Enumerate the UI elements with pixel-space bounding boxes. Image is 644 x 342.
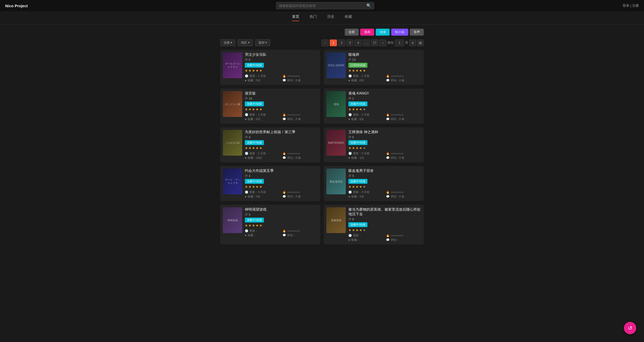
episode-icon: ⏱	[245, 136, 248, 139]
star-1: ★	[248, 107, 252, 111]
anime-card[interactable]: 雀魂 雀魂 KANG!! ⏱ 1 连载中/动漫 ★★★★★ 🕐 更新：2 天前 …	[324, 89, 424, 124]
anime-title: 神明渴望游戏	[245, 207, 318, 212]
popularity-bar	[287, 230, 300, 232]
star-0: ★	[348, 228, 351, 232]
comments-text: 评论：0 条	[391, 156, 404, 160]
page-3[interactable]: 3	[346, 39, 354, 46]
favorites-count: ♥ 收藏：0次	[348, 195, 383, 198]
anime-episode: ⏱ 5	[245, 58, 318, 62]
fire-icon: 🔥	[282, 152, 286, 155]
clock-icon: 🕐	[245, 113, 248, 116]
page-1[interactable]: 1	[330, 39, 337, 46]
update-text: 更新：1 天前	[249, 74, 266, 78]
star-2: ★	[252, 146, 255, 150]
anime-title: 迷宫饭	[245, 91, 318, 96]
anime-title: 噬魂师	[348, 52, 421, 57]
page-2[interactable]: 2	[338, 39, 345, 46]
clock-icon: 🕐	[348, 190, 352, 194]
view-grid[interactable]: ⊞	[417, 39, 424, 46]
comment-icon: 💬	[386, 117, 390, 121]
anime-card[interactable]: 吸血鬼宿舍 吸血鬼男子宿舍 ⏱ 5 连载中/动漫 ★★★★★ 🕐 更新：3 天前…	[324, 166, 424, 201]
goto-label: 前往	[388, 41, 394, 45]
anime-card[interactable]: 废物英雄 被当为废物的原英雄、被家里流放后随心所欲地活下去 ⏱ 8 连载中/动漫…	[324, 205, 424, 244]
search-input[interactable]	[279, 4, 366, 8]
clock-icon: 🕐	[348, 234, 352, 237]
anime-card[interactable]: ダンジョン飯 迷宫饭 ⏱ 18 连载中/动漫 ★★★★★ 🕐 更新：1 天前 🔥	[220, 89, 320, 124]
update-time: 🕐 更新：3 天前	[348, 152, 383, 155]
nav-item-hot[interactable]: 热门	[310, 14, 317, 21]
episode-icon: ⏱	[348, 136, 351, 139]
filter-status[interactable]: 连载 ▾	[220, 39, 235, 46]
anime-info: 哭泣少女乐队 ⏱ 5 连载中/动漫 ★★★★★ 🕐 更新：1 天前 🔥 ♥	[245, 52, 318, 82]
status-badge: 连载中/动漫	[348, 222, 367, 227]
anime-thumbnail: 吸血鬼宿舍	[326, 169, 346, 194]
filter-genre[interactable]: 题材 ▾	[255, 39, 270, 46]
comments-count: 💬 评论：	[386, 238, 421, 242]
page-prev[interactable]: ‹	[321, 39, 329, 46]
nav-item-history[interactable]: 历史	[327, 14, 334, 21]
anime-title: 雀魂 KANG!!	[348, 91, 421, 96]
anime-card[interactable]: このすば S3 为美好的世界献上祝福！第三季 ⏱ 4 连载中/动漫 ★★★★★ …	[220, 127, 320, 162]
goto-input[interactable]	[395, 39, 404, 46]
anime-card[interactable]: ガールズバンドクライ 哭泣少女乐队 ⏱ 5 连载中/动漫 ★★★★★ 🕐 更新：…	[220, 50, 320, 85]
popularity-bar	[287, 76, 300, 77]
star-1: ★	[248, 185, 252, 189]
comment-icon: 💬	[282, 234, 286, 237]
page-4[interactable]: 4	[355, 39, 362, 46]
star-2: ★	[252, 69, 255, 73]
search-icon[interactable]: 🔍	[366, 3, 371, 8]
filters-left: 连载 ▾ 地区 ▾ 题材 ▾	[220, 39, 270, 46]
cat-tab-all[interactable]: 全部	[345, 29, 359, 36]
popularity: 🔥	[282, 113, 318, 117]
star-0: ★	[348, 146, 351, 150]
star-1: ★	[248, 69, 252, 73]
fab-button[interactable]: ↺	[624, 322, 636, 334]
anime-card[interactable]: 神明游戏 神明渴望游戏 ⏱ 5 连载中/动漫 ★★★★★ 🕐 更新： 🔥	[220, 205, 320, 244]
update-time: 🕐 更新：	[348, 234, 383, 237]
anime-card[interactable]: デート・ア・ライブ V 约会大作战第五季 ⏱ 4 连载中/动漫 ★★★★★ 🕐 …	[220, 166, 320, 201]
popularity: 🔥	[386, 74, 421, 78]
status-badge: 连载中/动漫	[245, 140, 264, 145]
status-badge: 连载中/动漫	[348, 140, 367, 145]
anime-thumbnail: ダンジョン飯	[223, 91, 242, 117]
clock-icon: 🕐	[245, 190, 248, 194]
anime-info: 神明渴望游戏 ⏱ 5 连载中/动漫 ★★★★★ 🕐 更新： 🔥 ♥	[245, 207, 318, 242]
star-1: ★	[352, 146, 355, 150]
episode-icon: ⏱	[348, 97, 351, 100]
comments-count: 💬 评论：	[282, 233, 318, 237]
favorites-count: ♥ 收藏：6次	[245, 117, 280, 121]
fire-icon: 🔥	[282, 190, 286, 194]
cat-tab-manga[interactable]: 漫画	[360, 29, 374, 36]
star-4: ★	[363, 146, 366, 150]
page-next[interactable]: ›	[379, 39, 387, 46]
anime-card[interactable]: BARTENDER 王牌酒保 神之酒杯 ⏱ 5 连载中/动漫 ★★★★★ 🕐 更…	[324, 127, 424, 162]
clock-icon: 🕐	[348, 152, 352, 155]
nav-item-home[interactable]: 首页	[292, 14, 299, 21]
view-list[interactable]: ≡	[409, 39, 416, 46]
update-text: 更新：2 天前	[249, 152, 266, 155]
update-text: 更新：2 天前	[353, 113, 370, 117]
update-text: 更新：1 天前	[353, 74, 370, 78]
filter-region[interactable]: 地区 ▾	[238, 39, 253, 46]
anime-grid: ガールズバンドクライ 哭泣少女乐队 ⏱ 5 连载中/动漫 ★★★★★ 🕐 更新：…	[220, 50, 424, 244]
page-17[interactable]: 17	[371, 39, 378, 46]
status-badge: 连载中/动漫	[245, 63, 264, 68]
popularity-bar	[391, 76, 404, 77]
status-badge: 连载中/动漫	[348, 179, 367, 184]
cat-tab-audio[interactable]: 音声	[410, 29, 424, 36]
heart-icon: ♥	[348, 79, 350, 82]
cat-tab-anime[interactable]: 动漫	[376, 29, 390, 36]
auth-links[interactable]: 登录 | 注册	[623, 3, 639, 8]
thumb-label: 废物英雄	[330, 218, 342, 223]
cat-tab-novel[interactable]: 轻小说	[391, 29, 408, 36]
anime-info: 吸血鬼男子宿舍 ⏱ 5 连载中/动漫 ★★★★★ 🕐 更新：3 天前 🔥	[348, 169, 421, 198]
anime-card[interactable]: SOUL EATER 噬魂师 ⏱ 23 已完结/动漫 ★★★★★ 🕐 更新：1 …	[324, 50, 424, 85]
anime-meta: 🕐 更新：2 天前 🔥 ♥ 收藏：0次 💬 评论：0 条	[348, 113, 421, 121]
popularity: 🔥	[386, 113, 421, 117]
episode-icon: ⏱	[348, 58, 351, 62]
anime-episode: ⏱ 5	[348, 136, 421, 139]
thumb-label: 雀魂	[333, 101, 340, 107]
star-3: ★	[256, 224, 259, 227]
update-text: 更新：1 天前	[249, 113, 266, 117]
nav-item-favorites[interactable]: 收藏	[345, 14, 352, 21]
